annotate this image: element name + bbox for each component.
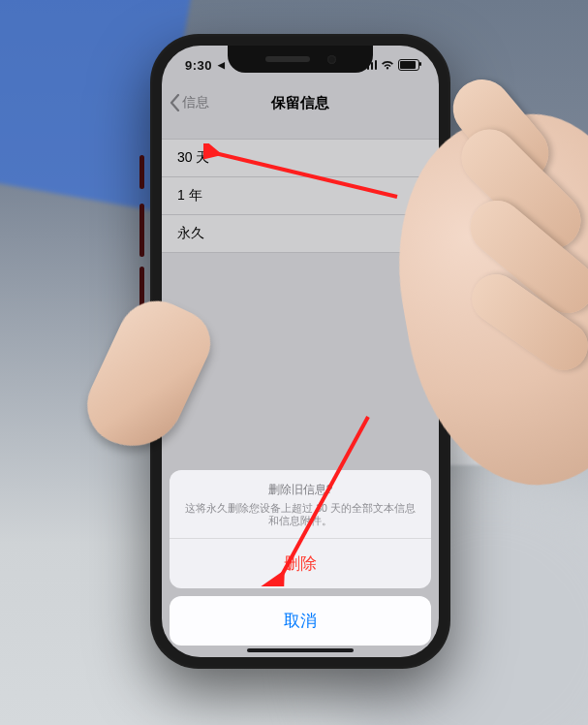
action-sheet: 删除旧信息? 这将永久删除您设备上超过 30 天的全部文本信息和信息附件。 删除… (170, 470, 431, 646)
action-sheet-title: 删除旧信息? (183, 482, 418, 498)
notch (228, 46, 373, 73)
delete-button[interactable]: 删除 (170, 539, 431, 588)
phone-screen: 9:30 ◀ 信息 保留信息 (162, 46, 439, 657)
status-time: 9:30 (185, 58, 212, 73)
location-indicator-icon: ◀ (218, 60, 226, 70)
battery-icon (398, 59, 419, 71)
wifi-icon (381, 60, 394, 71)
home-indicator[interactable] (247, 648, 354, 652)
iphone-device: 9:30 ◀ 信息 保留信息 (150, 34, 450, 669)
action-sheet-message: 这将永久删除您设备上超过 30 天的全部文本信息和信息附件。 (183, 502, 418, 528)
action-sheet-header: 删除旧信息? 这将永久删除您设备上超过 30 天的全部文本信息和信息附件。 (170, 470, 431, 539)
cancel-button[interactable]: 取消 (170, 596, 431, 646)
